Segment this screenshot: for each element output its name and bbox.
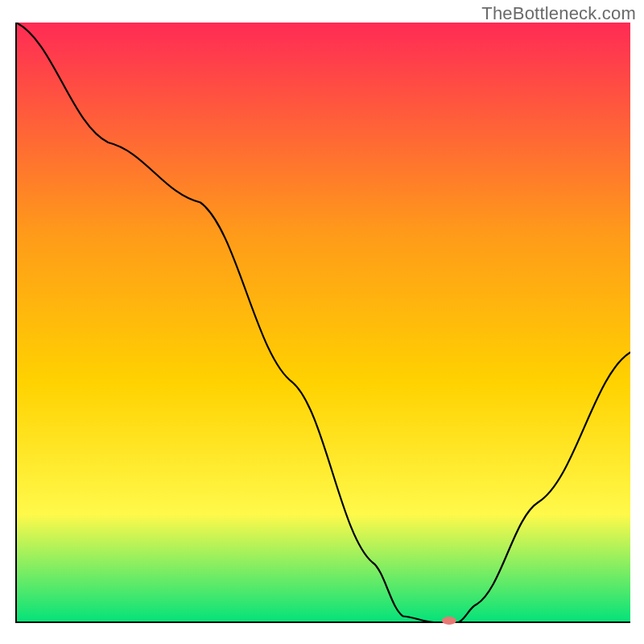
- watermark-text: TheBottleneck.com: [481, 3, 636, 24]
- optimum-marker: [442, 617, 456, 625]
- chart-svg: [0, 0, 644, 644]
- chart-container: { "watermark": "TheBottleneck.com", "cha…: [0, 0, 644, 644]
- plot-background: [16, 23, 630, 622]
